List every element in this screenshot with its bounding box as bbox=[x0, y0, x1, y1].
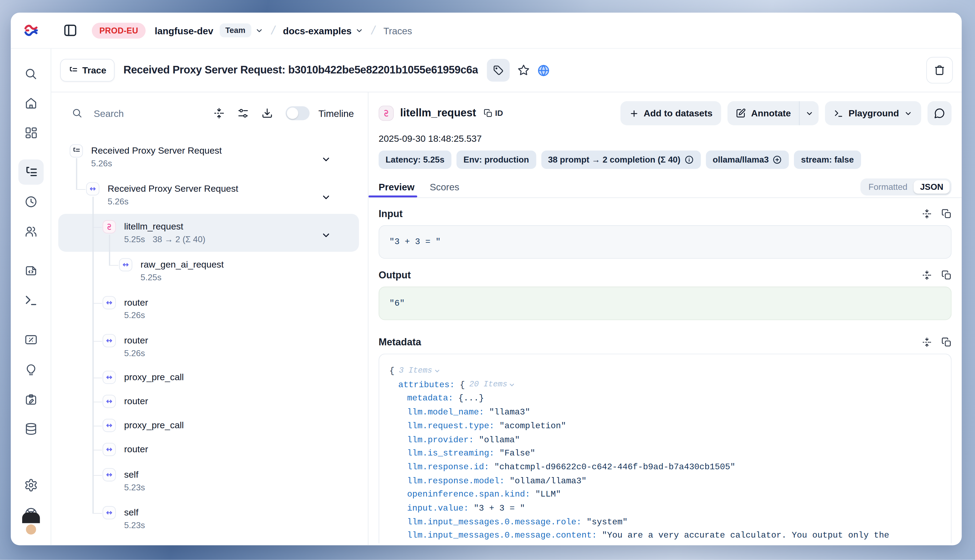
terminal-icon bbox=[834, 108, 843, 118]
preview-tabs: Preview Scores Formatted JSON bbox=[369, 176, 962, 198]
tree-row[interactable]: raw_gen_ai_request 5.25s bbox=[59, 252, 359, 290]
add-to-datasets-button[interactable]: Add to datasets bbox=[620, 101, 721, 125]
langfuse-logo-icon[interactable] bbox=[23, 22, 40, 38]
span-icon bbox=[103, 468, 116, 482]
search-input[interactable] bbox=[94, 108, 170, 118]
tree-settings-icon[interactable] bbox=[237, 107, 249, 119]
span-icon bbox=[103, 506, 116, 519]
tree-row-duration: 5.26s bbox=[107, 195, 128, 208]
tree-row-label: self bbox=[124, 506, 145, 519]
chevron-down-icon[interactable] bbox=[321, 155, 331, 165]
settings-gear-icon[interactable] bbox=[24, 478, 38, 492]
terminal-icon[interactable] bbox=[24, 293, 38, 308]
copy-icon bbox=[484, 109, 493, 118]
tree-row-label: proxy_pre_call bbox=[124, 419, 184, 432]
tree-row[interactable]: router 5.26s bbox=[59, 328, 359, 366]
chevron-down-icon[interactable] bbox=[321, 192, 331, 202]
comment-button[interactable] bbox=[927, 101, 952, 125]
timeline-toggle[interactable] bbox=[285, 107, 309, 120]
breadcrumb-section-traces[interactable]: Traces bbox=[383, 25, 412, 36]
sessions-clock-icon[interactable] bbox=[24, 195, 38, 209]
playground-button[interactable]: Playground bbox=[825, 101, 921, 125]
annotate-dropdown-button[interactable] bbox=[800, 101, 819, 125]
format-toggle-json[interactable]: JSON bbox=[914, 180, 950, 193]
json-collapse-chevron-icon[interactable] bbox=[433, 368, 440, 375]
info-icon[interactable] bbox=[684, 155, 694, 165]
collapse-all-icon[interactable] bbox=[213, 107, 224, 119]
delete-trash-button[interactable] bbox=[927, 57, 953, 83]
tags-button[interactable] bbox=[487, 59, 510, 82]
tab-scores[interactable]: Scores bbox=[430, 176, 459, 197]
evaluation-lightbulb-icon[interactable] bbox=[24, 363, 38, 377]
tree-row[interactable]: router 5.26s bbox=[59, 290, 359, 328]
search-icon[interactable] bbox=[24, 67, 38, 81]
search-icon bbox=[72, 107, 83, 119]
annotation-clipboard-pen-icon[interactable] bbox=[24, 393, 38, 407]
tree-row-label: litellm_request bbox=[124, 220, 206, 233]
tree-row[interactable]: self 5.23s bbox=[59, 500, 359, 538]
project-switcher[interactable]: docs-examples bbox=[283, 25, 363, 36]
stream-badge: stream: false bbox=[794, 151, 861, 169]
copy-id-button[interactable]: ID bbox=[484, 109, 503, 118]
model-badge: ollama/llama3 bbox=[706, 151, 789, 169]
tree-row-label: Received Proxy Server Request bbox=[91, 144, 222, 157]
tree-row-label: router bbox=[124, 296, 148, 309]
metadata-section-title: Metadata bbox=[379, 337, 421, 348]
tree-row[interactable]: router bbox=[59, 390, 359, 414]
tree-row-duration: 5.26s bbox=[91, 157, 112, 170]
span-icon bbox=[119, 258, 132, 272]
download-icon[interactable] bbox=[261, 107, 273, 119]
tree-row[interactable]: self 5.23s bbox=[59, 462, 359, 500]
format-toggle-formatted[interactable]: Formatted bbox=[862, 180, 914, 193]
org-name[interactable]: langfuse-dev bbox=[155, 25, 213, 36]
pen-square-icon bbox=[736, 108, 746, 118]
tree-row-label: router bbox=[124, 395, 148, 408]
tree-row[interactable]: Received Proxy Server Request 5.26s bbox=[59, 138, 359, 176]
org-switcher-chevron-icon[interactable] bbox=[255, 26, 263, 34]
evaluators-percent-icon[interactable] bbox=[24, 333, 38, 347]
project-switcher-chevron-icon bbox=[355, 26, 363, 34]
chevron-down-icon[interactable] bbox=[321, 230, 331, 240]
users-icon[interactable] bbox=[24, 225, 38, 239]
generation-icon bbox=[103, 220, 116, 233]
datasets-database-icon[interactable] bbox=[24, 422, 38, 436]
tree-row-selected[interactable]: litellm_request 5.25s38 → 2 (Σ 40) bbox=[59, 214, 359, 252]
annotate-button[interactable]: Annotate bbox=[728, 101, 799, 125]
home-icon[interactable] bbox=[24, 96, 38, 110]
fold-vertical-icon[interactable] bbox=[922, 209, 932, 219]
tracing-icon-active[interactable] bbox=[18, 159, 43, 185]
fold-vertical-icon[interactable] bbox=[922, 337, 932, 347]
json-collapse-chevron-icon[interactable] bbox=[508, 382, 516, 388]
tree-row[interactable]: Received Proxy Server Request 5.26s bbox=[59, 176, 359, 214]
tree-row-duration: 5.25s bbox=[140, 272, 161, 284]
tab-preview[interactable]: Preview bbox=[379, 176, 415, 197]
fold-vertical-icon[interactable] bbox=[922, 270, 932, 280]
app-window: PROD-EU langfuse-dev Team / docs-example… bbox=[11, 13, 962, 545]
prompts-file-code-icon[interactable] bbox=[24, 264, 38, 278]
tree-row-duration: 5.25s bbox=[124, 233, 145, 246]
sidebar-toggle-icon[interactable] bbox=[63, 23, 78, 38]
span-content-scroll[interactable]: Input "3 + 3 = " Output bbox=[379, 198, 952, 545]
plus-circle-icon[interactable] bbox=[773, 155, 782, 165]
copy-icon[interactable] bbox=[942, 270, 952, 280]
trace-title-bar: Trace Received Proxy Server Request: b30… bbox=[51, 48, 962, 92]
environment-badge: PROD-EU bbox=[92, 22, 146, 38]
dashboard-icon[interactable] bbox=[24, 126, 38, 140]
bookmark-star-icon[interactable] bbox=[517, 64, 530, 77]
tree-row-label: router bbox=[124, 334, 148, 347]
tree-row-label: Received Proxy Server Request bbox=[107, 182, 238, 195]
trace-icon bbox=[70, 144, 83, 157]
tree-row-duration: 5.26s bbox=[124, 310, 145, 322]
tree-row[interactable]: proxy_pre_call bbox=[59, 414, 359, 438]
span-icon bbox=[103, 419, 116, 432]
tree-row[interactable]: proxy_pre_call bbox=[59, 366, 359, 390]
copy-icon[interactable] bbox=[942, 209, 952, 219]
tree-row-tokens: 38 → 2 (Σ 40) bbox=[153, 233, 206, 246]
tree-search-row: Timeline bbox=[51, 92, 368, 134]
tree-row-label: raw_gen_ai_request bbox=[140, 258, 224, 272]
tree-row[interactable]: router bbox=[59, 438, 359, 462]
tree-row-duration: 5.23s bbox=[124, 519, 145, 532]
tree-row-label: router bbox=[124, 443, 148, 456]
copy-icon[interactable] bbox=[942, 337, 952, 347]
public-globe-icon[interactable] bbox=[537, 63, 550, 77]
